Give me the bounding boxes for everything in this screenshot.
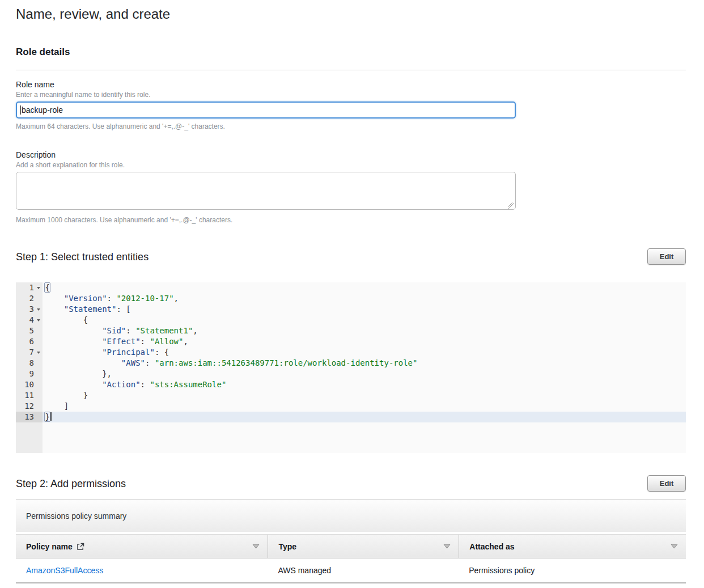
code-line-9[interactable]: }, [45,369,686,379]
column-header-policy-name[interactable]: Policy name [16,535,268,558]
fold-arrow-icon[interactable] [37,308,40,311]
editor-caret [50,412,52,421]
permissions-panel: Permissions policy summary Policy name [16,499,686,583]
section-divider [16,70,686,70]
gutter-line-number: 3 [16,304,43,315]
code-line-10[interactable]: "Action": "sts:AssumeRole" [45,379,686,390]
policy-table: Policy name Type [16,534,686,583]
code-line-4[interactable]: { [45,315,686,325]
gutter-line-number: 6 [16,336,43,347]
editor-code[interactable]: { "Version": "2012-10-17", "Statement": … [43,282,686,453]
gutter-line-number: 7 [16,347,43,358]
gutter-line-number: 8 [16,358,43,369]
page-title: Name, review, and create [16,6,686,23]
fold-arrow-icon[interactable] [37,352,40,354]
step1-header: Step 1: Select trusted entities Edit [16,248,686,265]
policy-table-header: Policy name Type [16,534,686,559]
fold-arrow-icon[interactable] [37,319,40,322]
code-line-5[interactable]: "Sid": "Statement1", [45,325,686,336]
description-textarea-wrap [16,172,516,212]
code-line-6[interactable]: "Effect": "Allow", [45,336,686,347]
editor-gutter: 12345678910111213 [16,282,43,453]
column-header-type[interactable]: Type [268,535,459,558]
role-name-help: Enter a meaningful name to identify this… [16,91,686,99]
policy-attached-as: Permissions policy [459,566,686,575]
description-constraint: Maximum 1000 characters. Use alphanumeri… [16,216,686,225]
attached-as-header-label: Attached as [469,542,514,551]
resize-grip-icon[interactable] [508,202,514,209]
step2-edit-button[interactable]: Edit [647,475,686,492]
step2-heading: Step 2: Add permissions [16,477,126,490]
step2-header: Step 2: Add permissions Edit [16,475,686,492]
gutter-line-number: 13 [16,412,43,422]
gutter-line-number: 11 [16,390,43,401]
gutter-line-number: 9 [16,369,43,379]
code-line-11[interactable]: } [45,390,686,401]
description-label: Description [16,150,686,160]
code-line-13[interactable]: } [43,412,686,422]
code-line-2[interactable]: "Version": "2012-10-17", [45,293,686,304]
gutter-line-number: 5 [16,325,43,336]
sort-icon[interactable] [252,544,260,549]
code-line-7[interactable]: "Principal": { [45,347,686,358]
trust-policy-editor[interactable]: 12345678910111213 { "Version": "2012-10-… [16,282,686,453]
page: Name, review, and create Role details Ro… [0,0,704,588]
sort-icon[interactable] [443,544,451,549]
gutter-line-number: 12 [16,401,43,412]
gutter-line-number: 2 [16,293,43,304]
table-row: AmazonS3FullAccessAWS managedPermissions… [16,559,686,583]
code-line-3[interactable]: "Statement": [ [45,304,686,315]
policy-name-header-label: Policy name [26,542,73,551]
step1-edit-button[interactable]: Edit [647,248,686,265]
policy-type: AWS managed [268,566,459,575]
policy-name-link[interactable]: AmazonS3FullAccess [26,566,103,575]
role-details-heading: Role details [16,46,686,58]
description-help: Add a short explanation for this role. [16,161,686,170]
description-textarea[interactable] [16,172,516,210]
sort-icon[interactable] [671,544,678,549]
code-line-12[interactable]: ] [45,401,686,412]
code-line-8[interactable]: "AWS": "arn:aws:iam::541263489771:role/w… [45,358,686,369]
gutter-line-number: 10 [16,379,43,390]
column-header-attached-as[interactable]: Attached as [459,535,686,558]
text-caret [20,105,21,115]
role-name-label: Role name [16,80,686,90]
fold-arrow-icon[interactable] [37,287,40,289]
role-name-input-wrap [16,101,516,119]
role-name-constraint: Maximum 64 characters. Use alphanumeric … [16,122,686,131]
permissions-panel-title: Permissions policy summary [16,500,686,532]
gutter-line-number: 4 [16,315,43,325]
step1-heading: Step 1: Select trusted entities [16,250,149,264]
code-line-1[interactable]: { [45,282,686,293]
type-header-label: Type [278,542,296,551]
gutter-line-number: 1 [16,282,43,293]
policy-table-body: AmazonS3FullAccessAWS managedPermissions… [16,559,686,583]
role-name-input[interactable] [16,101,516,119]
external-link-icon [77,543,84,551]
